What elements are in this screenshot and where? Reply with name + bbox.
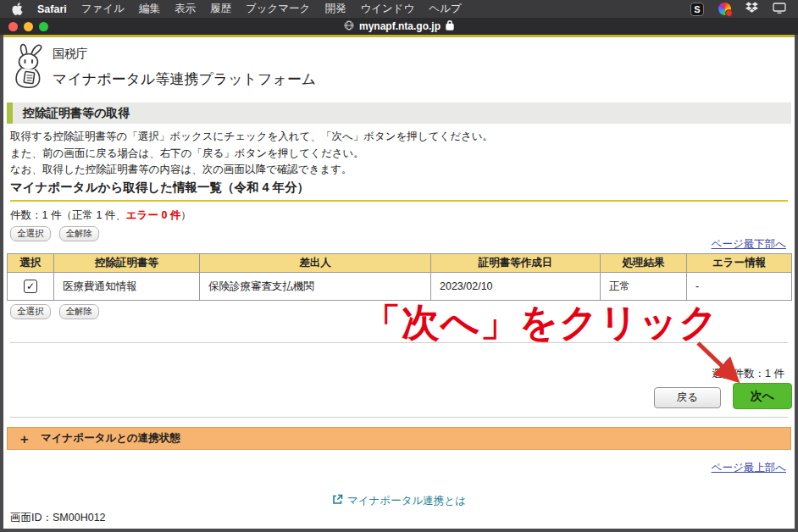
col-result: 処理結果 [601, 254, 687, 273]
accordion-label: マイナポータルとの連携状態 [41, 431, 180, 446]
to-page-bottom-link[interactable]: ページ最下部へ [712, 237, 786, 252]
menu-bookmarks[interactable]: ブックマーク [246, 2, 310, 16]
address-bar[interactable]: mynapf.nta.go.jp [344, 19, 454, 33]
close-window-button[interactable] [8, 22, 18, 31]
divider-line-2 [10, 417, 788, 418]
row-select-checkbox[interactable]: ✓ [24, 280, 37, 293]
plus-icon: ＋ [18, 432, 30, 445]
menu-file[interactable]: ファイル [81, 2, 125, 16]
certificates-table: 選択 控除証明書等 差出人 証明書等作成日 処理結果 エラー情報 ✓ 医療費通知… [7, 253, 792, 301]
count-suffix-text: ） [180, 209, 191, 221]
s-app-icon[interactable]: S [690, 3, 704, 16]
apple-logo-icon[interactable] [12, 3, 23, 15]
dropbox-icon[interactable] [745, 2, 758, 16]
menubar-status-icons: S [690, 2, 786, 16]
col-certificate: 控除証明書等 [54, 254, 200, 273]
external-link-icon [332, 493, 343, 508]
select-cell: ✓ [8, 273, 54, 301]
select-all-button-bottom[interactable]: 全選択 [10, 304, 51, 319]
date-cell: 2023/02/10 [431, 273, 601, 301]
click-next-annotation: 「次へ」をクリック [363, 297, 718, 348]
list-section-title: マイナポータルから取得した情報一覧（令和 4 年分） [10, 180, 788, 202]
instruction-line-3: なお、取得した控除証明書等の内容は、次の画面以降で確認できます。 [10, 162, 493, 179]
menu-window[interactable]: ウインドウ [360, 2, 414, 16]
annotation-arrow-icon [686, 338, 749, 389]
maximize-window-button[interactable] [39, 22, 48, 31]
page-title: 控除証明書等の取得 [7, 103, 791, 124]
sender-cell: 保険診療審査支払機関 [200, 273, 431, 301]
col-select: 選択 [8, 254, 54, 273]
about-link-row: マイナポータル連携とは [3, 493, 795, 508]
window-controls [8, 22, 48, 31]
col-error-info: エラー情報 [687, 254, 792, 273]
menu-history[interactable]: 履歴 [210, 2, 231, 16]
count-normal-text: 件数：1 件（正常 1 件、 [10, 209, 126, 221]
record-count: 件数：1 件（正常 1 件、エラー 0 件） [10, 208, 191, 223]
instruction-line-1: 取得する控除証明書等の「選択」ボックスにチェックを入れて、「次へ」ボタンを押して… [10, 129, 493, 146]
select-all-button[interactable]: 全選択 [10, 226, 51, 241]
service-name: マイナポータル等連携プラットフォーム [53, 69, 316, 89]
display-icon[interactable] [773, 3, 786, 16]
back-button[interactable]: 戻る [654, 387, 721, 408]
minimize-window-button[interactable] [24, 22, 33, 31]
page-top-accent-line [3, 35, 795, 37]
about-myna-portal-link[interactable]: マイナポータル連携とは [347, 494, 466, 508]
to-page-top-link[interactable]: ページ最上部へ [712, 461, 786, 475]
lock-icon [446, 19, 454, 33]
bulk-select-row-bottom: 全選択 全解除 [10, 304, 99, 319]
safari-titlebar: mynapf.nta.go.jp [0, 18, 798, 35]
col-sender: 差出人 [200, 254, 431, 273]
agency-name: 国税庁 [53, 47, 88, 62]
count-error-text: エラー 0 件 [126, 209, 180, 221]
menu-develop[interactable]: 開発 [324, 2, 346, 16]
error-cell: - [687, 273, 792, 301]
menu-help[interactable]: ヘルプ [429, 2, 461, 16]
nta-rabbit-mascot-logo [10, 42, 49, 91]
menu-view[interactable]: 表示 [175, 2, 196, 16]
webpage: 国税庁 マイナポータル等連携プラットフォーム 控除証明書等の取得 取得する控除証… [3, 35, 795, 529]
col-created-date: 証明書等作成日 [431, 254, 601, 273]
clear-all-button[interactable]: 全解除 [59, 226, 100, 241]
table-row: ✓ 医療費通知情報 保険診療審査支払機関 2023/02/10 正常 - [8, 273, 792, 301]
myna-portal-status-accordion[interactable]: ＋ マイナポータルとの連携状態 [7, 427, 791, 450]
url-text: mynapf.nta.go.jp [359, 20, 441, 32]
menu-edit[interactable]: 編集 [139, 2, 160, 16]
clear-all-button-bottom[interactable]: 全解除 [59, 304, 100, 319]
instructions-text: 取得する控除証明書等の「選択」ボックスにチェックを入れて、「次へ」ボタンを押して… [10, 129, 493, 179]
bulk-select-row-top: 全選択 全解除 [10, 226, 99, 241]
color-wheel-notification-icon[interactable] [718, 3, 731, 15]
instruction-line-2: また、前の画面に戻る場合は、右下の「戻る」ボタンを押してください。 [10, 146, 493, 163]
globe-icon [344, 20, 354, 33]
menu-app-name[interactable]: Safari [37, 3, 67, 15]
screen-id: 画面ID：SM00H012 [10, 511, 106, 525]
macos-menubar: Safari ファイル 編集 表示 履歴 ブックマーク 開発 ウインドウ ヘルプ… [0, 0, 798, 18]
table-header-row: 選択 控除証明書等 差出人 証明書等作成日 処理結果 エラー情報 [8, 254, 792, 273]
certificate-cell: 医療費通知情報 [54, 273, 200, 301]
result-cell: 正常 [601, 273, 687, 301]
